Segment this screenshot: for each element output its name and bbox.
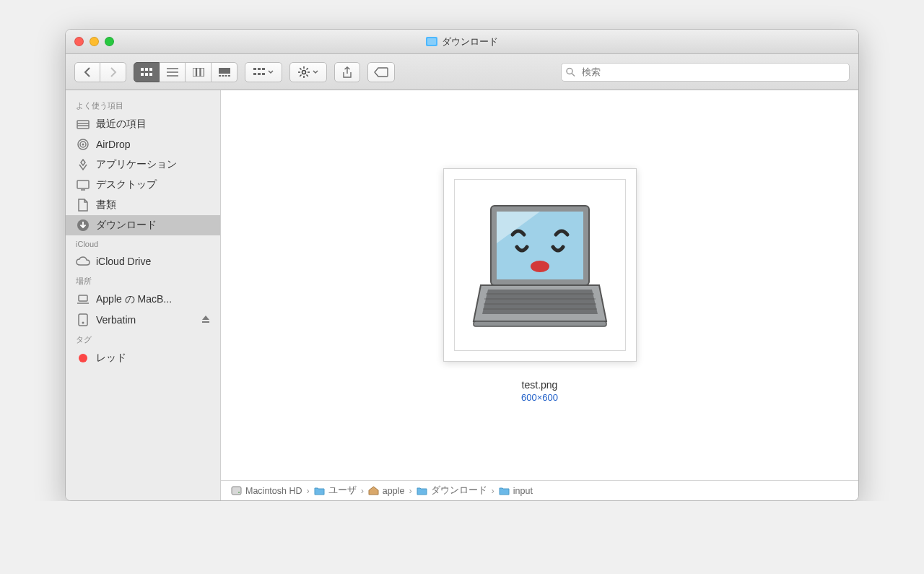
sidebar-item[interactable]: iCloud Drive [66, 251, 220, 271]
sidebar-section-header: iCloud [66, 235, 220, 251]
finder-window: ダウンロード [65, 29, 859, 501]
svg-rect-21 [258, 73, 261, 75]
window-title: ダウンロード [426, 35, 498, 48]
zoom-button[interactable] [105, 37, 114, 46]
svg-rect-14 [222, 75, 224, 77]
file-name[interactable]: test.png [522, 379, 558, 391]
column-view-button[interactable] [186, 62, 212, 82]
sidebar-section-header: タグ [66, 330, 220, 348]
svg-rect-13 [219, 75, 221, 77]
airdrop-icon [76, 138, 90, 151]
svg-rect-44 [79, 314, 87, 326]
file-grid[interactable]: test.png 600×600 [221, 90, 858, 480]
breadcrumb-label: ユーザ [328, 484, 357, 497]
documents-icon [76, 199, 90, 212]
titlebar[interactable]: ダウンロード [66, 30, 858, 54]
back-button[interactable] [74, 62, 100, 82]
file-item[interactable]: test.png 600×600 [443, 168, 637, 403]
sidebar-item-label: デスクトップ [96, 178, 157, 191]
actions-button[interactable] [289, 62, 327, 82]
laptop-icon [76, 293, 90, 306]
breadcrumb-label: apple [383, 486, 405, 496]
svg-point-32 [567, 68, 572, 74]
sidebar[interactable]: よく使う項目最近の項目AirDropアプリケーションデスクトップ書類ダウンロード… [66, 90, 221, 500]
breadcrumb-label: Macintosh HD [245, 486, 302, 496]
sidebar-item[interactable]: アプリケーション [66, 155, 220, 175]
chevron-right-icon: › [492, 486, 494, 496]
svg-point-23 [302, 70, 306, 74]
view-buttons [134, 62, 237, 82]
search-icon [566, 67, 575, 77]
svg-rect-17 [253, 68, 256, 70]
chevron-right-icon: › [409, 486, 411, 496]
apps-icon [76, 158, 90, 171]
breadcrumb-item[interactable]: input [499, 486, 533, 496]
sidebar-item[interactable]: Verbatim [66, 310, 220, 330]
content-area[interactable]: test.png 600×600 Macintosh HD›ユーザ›apple›… [221, 90, 858, 500]
disk-icon [76, 313, 90, 326]
sidebar-item-label: 書類 [96, 199, 116, 212]
svg-line-29 [307, 74, 308, 76]
svg-line-30 [300, 74, 301, 76]
home-icon [368, 486, 379, 495]
breadcrumb-item[interactable]: ダウンロード [417, 484, 487, 497]
share-button[interactable] [334, 62, 360, 82]
sidebar-item-label: ダウンロード [96, 219, 157, 232]
sidebar-item[interactable]: レッド [66, 348, 220, 368]
tag-icon [374, 67, 388, 77]
sidebar-item-label: Verbatim [96, 314, 136, 326]
sidebar-item-label: Apple の MacB... [96, 293, 172, 306]
breadcrumb-item[interactable]: apple [368, 486, 405, 496]
svg-rect-54 [474, 321, 606, 326]
sidebar-item-label: 最近の項目 [96, 118, 147, 131]
sidebar-section-header: よく使う項目 [66, 96, 220, 114]
svg-rect-43 [79, 295, 87, 301]
chevron-right-icon: › [361, 486, 364, 496]
svg-line-33 [572, 73, 575, 76]
file-dimensions: 600×600 [521, 392, 558, 403]
minimize-button[interactable] [90, 37, 99, 46]
sidebar-item[interactable]: AirDrop [66, 134, 220, 155]
svg-point-39 [82, 144, 84, 146]
window-controls [74, 37, 114, 46]
gear-icon [298, 66, 310, 78]
sidebar-item[interactable]: ダウンロード [66, 215, 220, 235]
sidebar-item[interactable]: 書類 [66, 195, 220, 215]
file-thumbnail[interactable] [443, 168, 637, 362]
svg-rect-4 [145, 73, 148, 76]
icon-view-button[interactable] [134, 62, 160, 82]
share-icon [342, 66, 352, 78]
arrange-button[interactable] [245, 62, 282, 82]
breadcrumb-item[interactable]: Macintosh HD [231, 486, 302, 496]
breadcrumb-label: input [513, 486, 533, 496]
forward-button[interactable] [100, 62, 126, 82]
sidebar-item[interactable]: Apple の MacB... [66, 290, 220, 310]
svg-rect-22 [262, 73, 265, 75]
folder-icon [426, 37, 437, 46]
chevron-down-icon [313, 70, 318, 74]
breadcrumb-item[interactable]: ユーザ [314, 484, 357, 497]
search-input[interactable] [561, 63, 850, 82]
eject-icon[interactable] [201, 314, 210, 326]
svg-rect-15 [225, 75, 227, 77]
tags-button[interactable] [367, 62, 395, 82]
sidebar-item[interactable]: 最近の項目 [66, 114, 220, 134]
svg-line-31 [307, 68, 308, 69]
desktop-icon [76, 178, 90, 191]
svg-rect-10 [196, 68, 200, 77]
svg-rect-16 [228, 75, 230, 77]
svg-rect-2 [149, 68, 152, 71]
recent-icon [76, 118, 90, 131]
breadcrumb-label: ダウンロード [431, 484, 487, 497]
svg-rect-34 [77, 121, 89, 129]
search-box [561, 63, 850, 82]
list-view-button[interactable] [160, 62, 186, 82]
tag-icon [76, 352, 90, 365]
close-button[interactable] [74, 37, 84, 46]
svg-rect-18 [258, 68, 261, 70]
gallery-view-button[interactable] [212, 62, 237, 82]
folder-blue-icon [499, 486, 510, 495]
svg-rect-40 [77, 181, 89, 188]
sidebar-item[interactable]: デスクトップ [66, 175, 220, 195]
svg-rect-0 [141, 68, 144, 71]
